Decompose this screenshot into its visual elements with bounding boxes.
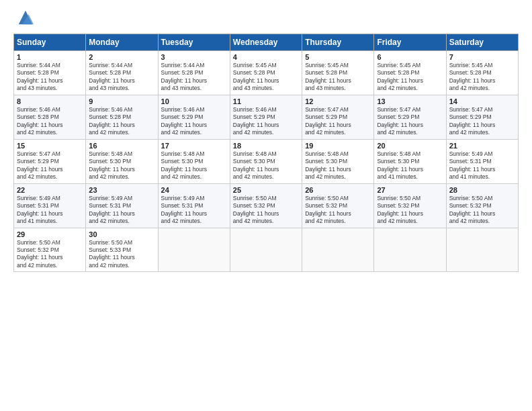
day-info: Sunrise: 5:46 AM Sunset: 5:28 PM Dayligh… [17,106,83,137]
day-info: Sunrise: 5:45 AM Sunset: 5:28 PM Dayligh… [377,62,443,93]
day-info: Sunrise: 5:50 AM Sunset: 5:32 PM Dayligh… [17,239,83,270]
day-info: Sunrise: 5:48 AM Sunset: 5:30 PM Dayligh… [161,150,227,181]
day-cell: 29Sunrise: 5:50 AM Sunset: 5:32 PM Dayli… [14,228,86,272]
day-cell: 11Sunrise: 5:46 AM Sunset: 5:29 PM Dayli… [230,95,302,139]
day-cell: 4Sunrise: 5:45 AM Sunset: 5:28 PM Daylig… [230,51,302,95]
day-info: Sunrise: 5:45 AM Sunset: 5:28 PM Dayligh… [233,62,299,93]
day-number: 9 [89,97,154,105]
day-info: Sunrise: 5:48 AM Sunset: 5:30 PM Dayligh… [305,150,371,181]
day-cell: 16Sunrise: 5:48 AM Sunset: 5:30 PM Dayli… [86,139,158,183]
day-cell [230,228,302,272]
day-info: Sunrise: 5:46 AM Sunset: 5:28 PM Dayligh… [89,106,154,137]
day-number: 28 [449,186,515,194]
day-cell: 22Sunrise: 5:49 AM Sunset: 5:31 PM Dayli… [14,183,86,228]
day-cell: 27Sunrise: 5:50 AM Sunset: 5:32 PM Dayli… [374,183,446,228]
day-number: 2 [89,53,154,61]
col-header-friday: Friday [374,34,446,51]
logo [13,11,35,27]
day-number: 4 [233,53,299,61]
day-info: Sunrise: 5:44 AM Sunset: 5:28 PM Dayligh… [161,62,227,93]
day-info: Sunrise: 5:49 AM Sunset: 5:31 PM Dayligh… [449,150,515,181]
day-number: 10 [161,97,227,105]
day-cell: 15Sunrise: 5:47 AM Sunset: 5:29 PM Dayli… [14,139,86,183]
day-cell [302,228,374,272]
day-number: 6 [377,53,443,61]
day-info: Sunrise: 5:49 AM Sunset: 5:31 PM Dayligh… [89,195,154,226]
day-number: 25 [233,186,299,194]
day-cell: 10Sunrise: 5:46 AM Sunset: 5:29 PM Dayli… [158,95,230,139]
day-info: Sunrise: 5:47 AM Sunset: 5:29 PM Dayligh… [305,106,371,137]
day-cell: 25Sunrise: 5:50 AM Sunset: 5:32 PM Dayli… [230,183,302,228]
col-header-wednesday: Wednesday [230,34,302,51]
day-info: Sunrise: 5:47 AM Sunset: 5:29 PM Dayligh… [17,150,83,181]
day-cell: 19Sunrise: 5:48 AM Sunset: 5:30 PM Dayli… [302,139,374,183]
col-header-tuesday: Tuesday [158,34,230,51]
day-cell: 20Sunrise: 5:48 AM Sunset: 5:30 PM Dayli… [374,139,446,183]
day-cell: 24Sunrise: 5:49 AM Sunset: 5:31 PM Dayli… [158,183,230,228]
week-row-2: 8Sunrise: 5:46 AM Sunset: 5:28 PM Daylig… [14,95,519,139]
day-number: 29 [17,230,83,238]
day-cell: 30Sunrise: 5:50 AM Sunset: 5:33 PM Dayli… [86,228,158,272]
day-info: Sunrise: 5:47 AM Sunset: 5:29 PM Dayligh… [449,106,515,137]
day-info: Sunrise: 5:44 AM Sunset: 5:28 PM Dayligh… [89,62,154,93]
col-header-monday: Monday [86,34,158,51]
day-number: 22 [17,186,83,194]
day-info: Sunrise: 5:49 AM Sunset: 5:31 PM Dayligh… [17,195,83,226]
day-info: Sunrise: 5:50 AM Sunset: 5:33 PM Dayligh… [89,239,154,270]
day-cell: 13Sunrise: 5:47 AM Sunset: 5:29 PM Dayli… [374,95,446,139]
day-number: 30 [89,230,154,238]
page: SundayMondayTuesdayWednesdayThursdayFrid… [0,0,532,411]
col-header-saturday: Saturday [446,34,518,51]
logo-icon [16,8,35,27]
day-cell: 6Sunrise: 5:45 AM Sunset: 5:28 PM Daylig… [374,51,446,95]
day-info: Sunrise: 5:50 AM Sunset: 5:32 PM Dayligh… [377,195,443,226]
day-number: 3 [161,53,227,61]
col-header-thursday: Thursday [302,34,374,51]
day-number: 20 [377,142,443,150]
day-info: Sunrise: 5:44 AM Sunset: 5:28 PM Dayligh… [17,62,83,93]
day-cell: 14Sunrise: 5:47 AM Sunset: 5:29 PM Dayli… [446,95,518,139]
calendar-table: SundayMondayTuesdayWednesdayThursdayFrid… [13,34,519,272]
day-number: 14 [449,97,515,105]
day-number: 13 [377,97,443,105]
day-cell: 12Sunrise: 5:47 AM Sunset: 5:29 PM Dayli… [302,95,374,139]
day-cell [446,228,518,272]
day-info: Sunrise: 5:50 AM Sunset: 5:32 PM Dayligh… [233,195,299,226]
week-row-4: 22Sunrise: 5:49 AM Sunset: 5:31 PM Dayli… [14,183,519,228]
day-cell: 8Sunrise: 5:46 AM Sunset: 5:28 PM Daylig… [14,95,86,139]
week-row-3: 15Sunrise: 5:47 AM Sunset: 5:29 PM Dayli… [14,139,519,183]
day-number: 7 [449,53,515,61]
col-header-sunday: Sunday [14,34,86,51]
day-cell: 3Sunrise: 5:44 AM Sunset: 5:28 PM Daylig… [158,51,230,95]
day-cell: 23Sunrise: 5:49 AM Sunset: 5:31 PM Dayli… [86,183,158,228]
day-cell: 21Sunrise: 5:49 AM Sunset: 5:31 PM Dayli… [446,139,518,183]
day-number: 17 [161,142,227,150]
day-number: 24 [161,186,227,194]
day-number: 19 [305,142,371,150]
day-cell: 1Sunrise: 5:44 AM Sunset: 5:28 PM Daylig… [14,51,86,95]
day-number: 12 [305,97,371,105]
day-info: Sunrise: 5:49 AM Sunset: 5:31 PM Dayligh… [161,195,227,226]
day-cell: 2Sunrise: 5:44 AM Sunset: 5:28 PM Daylig… [86,51,158,95]
day-cell: 28Sunrise: 5:50 AM Sunset: 5:32 PM Dayli… [446,183,518,228]
day-cell: 5Sunrise: 5:45 AM Sunset: 5:28 PM Daylig… [302,51,374,95]
week-row-5: 29Sunrise: 5:50 AM Sunset: 5:32 PM Dayli… [14,228,519,272]
day-number: 15 [17,142,83,150]
day-number: 27 [377,186,443,194]
day-info: Sunrise: 5:47 AM Sunset: 5:29 PM Dayligh… [377,106,443,137]
day-info: Sunrise: 5:48 AM Sunset: 5:30 PM Dayligh… [377,150,443,181]
day-info: Sunrise: 5:48 AM Sunset: 5:30 PM Dayligh… [233,150,299,181]
calendar-header-row: SundayMondayTuesdayWednesdayThursdayFrid… [14,34,519,51]
day-info: Sunrise: 5:45 AM Sunset: 5:28 PM Dayligh… [305,62,371,93]
day-number: 26 [305,186,371,194]
day-number: 18 [233,142,299,150]
day-info: Sunrise: 5:46 AM Sunset: 5:29 PM Dayligh… [233,106,299,137]
day-number: 21 [449,142,515,150]
day-number: 16 [89,142,154,150]
day-cell [158,228,230,272]
day-info: Sunrise: 5:48 AM Sunset: 5:30 PM Dayligh… [89,150,154,181]
day-number: 11 [233,97,299,105]
day-info: Sunrise: 5:50 AM Sunset: 5:32 PM Dayligh… [305,195,371,226]
day-cell: 7Sunrise: 5:45 AM Sunset: 5:28 PM Daylig… [446,51,518,95]
day-info: Sunrise: 5:45 AM Sunset: 5:28 PM Dayligh… [449,62,515,93]
